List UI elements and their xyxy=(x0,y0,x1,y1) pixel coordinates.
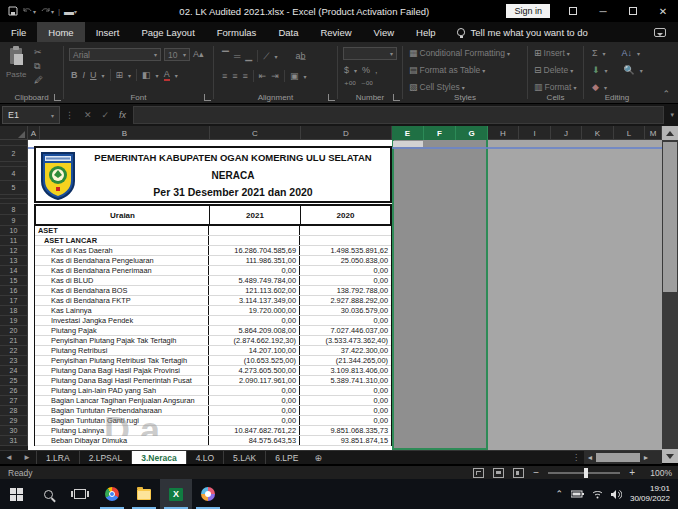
cell-2020[interactable]: 93.851.874,15 xyxy=(300,436,391,445)
italic-icon[interactable]: I xyxy=(83,70,86,80)
scroll-down-icon[interactable] xyxy=(662,449,678,463)
tab-scroll-right-icon[interactable]: ► xyxy=(18,451,36,464)
cell-2020[interactable]: 138.792.788,00 xyxy=(300,286,391,295)
row-header-14[interactable]: 14 xyxy=(0,266,28,276)
cell-2020[interactable]: 9.851.068.335,73 xyxy=(300,426,391,435)
formula-input[interactable] xyxy=(133,106,664,124)
table-row-22[interactable]: Piutang Retribusi14.207.100,0037.422.300… xyxy=(35,346,391,356)
tray-expand-icon[interactable]: ⌃ xyxy=(555,489,563,499)
table-row-27[interactable]: Bagian Lancar Tagihan Penjualan Angsuran… xyxy=(35,396,391,406)
cell-uraian[interactable]: Piutang Retribusi xyxy=(35,346,209,355)
table-row-20[interactable]: Piutang Pajak5.864.209.008,007.027.446.0… xyxy=(35,326,391,336)
cell-uraian[interactable]: Piutang Lain-lain PAD yang Sah xyxy=(35,386,209,395)
undo-icon[interactable]: ▾ xyxy=(22,7,36,16)
format-painter-icon[interactable]: 🖉 xyxy=(34,75,43,85)
tab-splitter-icon[interactable]: ⋮ xyxy=(568,451,584,464)
column-header-A[interactable]: A xyxy=(28,126,40,140)
sign-in-button[interactable]: Sign in xyxy=(506,4,550,18)
sheet-tab-5.lak[interactable]: 5.LAK xyxy=(223,451,265,464)
column-header-J[interactable]: J xyxy=(551,126,582,140)
vertical-scrollbar[interactable] xyxy=(662,126,678,463)
zoom-knob[interactable] xyxy=(584,468,588,478)
cell-2020[interactable]: 0,00 xyxy=(300,386,391,395)
cell-2021[interactable]: 0,00 xyxy=(209,406,300,415)
menu-tab-data[interactable]: Data xyxy=(267,22,309,42)
cell-2021[interactable]: 5.489.749.784,00 xyxy=(209,276,300,285)
row-header-21[interactable]: 21 xyxy=(0,336,28,346)
delete-cells-button[interactable]: ⊟ Delete▾ xyxy=(534,65,573,75)
alignment-dialog-launcher[interactable] xyxy=(328,94,335,101)
cell-2021[interactable] xyxy=(209,226,300,235)
borders-icon[interactable]: ⊞ xyxy=(116,70,124,80)
column-header-L[interactable]: L xyxy=(614,126,645,140)
menu-tab-file[interactable]: File xyxy=(0,22,37,42)
cell-uraian[interactable]: Kas di Bendahara Penerimaan xyxy=(35,266,209,275)
cell-2020[interactable]: 0,00 xyxy=(300,266,391,275)
table-row-23[interactable]: Penyisihan Piutang Retribusi Tak Tertagi… xyxy=(35,356,391,366)
cell-2020[interactable]: (3.533.473.362,40) xyxy=(300,336,391,345)
collapse-ribbon-icon[interactable]: ⌃ xyxy=(662,89,670,99)
start-button[interactable] xyxy=(0,479,32,509)
sheet-tab-2.lpsal[interactable]: 2.LPSAL xyxy=(79,451,132,464)
cell-2020[interactable]: 1.498.535.891,62 xyxy=(300,246,391,255)
table-row-14[interactable]: Kas di Bendahara Penerimaan0,000,00 xyxy=(35,266,391,276)
zoom-out-icon[interactable]: − xyxy=(533,467,539,478)
column-header-D[interactable]: D xyxy=(301,126,392,140)
cell-2020[interactable]: 0,00 xyxy=(300,416,391,425)
menu-tab-view[interactable]: View xyxy=(363,22,405,42)
format-cells-button[interactable]: ▥ Format▾ xyxy=(534,82,576,92)
sheet-tab-6.lpe[interactable]: 6.LPE xyxy=(265,451,307,464)
cell-uraian[interactable]: Kas di Bendahara FKTP xyxy=(35,296,209,305)
row-header-16[interactable]: 16 xyxy=(0,286,28,296)
task-view-button[interactable] xyxy=(64,479,96,509)
redo-icon[interactable]: ▾ xyxy=(40,7,54,16)
cut-icon[interactable]: ✂ xyxy=(34,47,43,57)
close-button[interactable]: ✕ xyxy=(648,0,678,22)
column-header-G[interactable]: G xyxy=(456,126,488,140)
cell-uraian[interactable]: Piutang Dana Bagi Hasil Pajak Provinsi xyxy=(35,366,209,375)
menu-tab-formulas[interactable]: Formulas xyxy=(206,22,268,42)
decrease-indent-icon[interactable]: ⇤ xyxy=(259,71,267,81)
cell-uraian[interactable]: Kas Lainnya xyxy=(35,306,209,315)
zoom-percentage[interactable]: 100% xyxy=(644,468,672,478)
font-color-icon[interactable]: A xyxy=(164,69,170,81)
cell-uraian[interactable]: ASET xyxy=(35,226,209,235)
increase-indent-icon[interactable]: ⇥ xyxy=(271,71,279,81)
cell-2021[interactable]: 10.847.682.761,22 xyxy=(209,426,300,435)
row-header-4[interactable]: 4 xyxy=(0,167,28,181)
sheet-tab-3.neraca[interactable]: 3.Neraca xyxy=(131,451,185,464)
cell-2021[interactable]: 14.207.100,00 xyxy=(209,346,300,355)
select-all-corner[interactable] xyxy=(0,126,28,140)
vertical-scroll-thumb[interactable] xyxy=(663,142,677,292)
row-header-11[interactable]: 11 xyxy=(0,236,28,246)
cell-2020[interactable]: (21.344.265,00) xyxy=(300,356,391,365)
cell-2020[interactable]: 0,00 xyxy=(300,396,391,405)
clipboard-dialog-launcher[interactable] xyxy=(54,94,61,101)
fill-down-icon[interactable]: ⬇ xyxy=(592,65,600,75)
cell-2021[interactable]: 3.114.137.349,00 xyxy=(209,296,300,305)
tab-scroll-left-icon[interactable]: ◄ xyxy=(0,451,18,464)
zoom-slider[interactable] xyxy=(548,472,620,474)
horizontal-scroll-thumb[interactable] xyxy=(596,453,640,462)
table-row-12[interactable]: Kas di Kas Daerah16.286.704.585,691.498.… xyxy=(35,246,391,256)
cell-uraian[interactable]: Piutang Pajak xyxy=(35,326,209,335)
font-dialog-launcher[interactable] xyxy=(204,94,211,101)
cell-2021[interactable]: 111.986.351,00 xyxy=(209,256,300,265)
row-header-30[interactable]: 30 xyxy=(0,426,28,436)
table-row-24[interactable]: Piutang Dana Bagi Hasil Pajak Provinsi4.… xyxy=(35,366,391,376)
bottom-align-icon[interactable]: ▁ xyxy=(245,51,252,61)
cell-uraian[interactable]: Piutang Dana Bagi Hasil Pemerintah Pusat xyxy=(35,376,209,385)
row-header-8[interactable]: 8 xyxy=(0,204,28,215)
sheet-tab-1.lra[interactable]: 1.LRA xyxy=(36,451,79,464)
top-align-icon[interactable]: ▔ xyxy=(222,51,229,61)
row-header-25[interactable]: 25 xyxy=(0,376,28,386)
row-header-28[interactable]: 28 xyxy=(0,406,28,416)
file-explorer-taskbar-button[interactable] xyxy=(128,479,160,509)
name-box[interactable]: E1▾ xyxy=(2,106,60,124)
cell-uraian[interactable]: ASET LANCAR xyxy=(35,236,209,245)
bold-icon[interactable]: B xyxy=(71,70,78,80)
taskbar-clock[interactable]: 19:01 30/09/2022 xyxy=(630,484,670,504)
new-sheet-icon[interactable]: ⊕ xyxy=(307,451,329,464)
align-left-icon[interactable]: ≡ xyxy=(222,71,227,81)
fill-color-icon[interactable]: ◧ xyxy=(142,70,151,80)
